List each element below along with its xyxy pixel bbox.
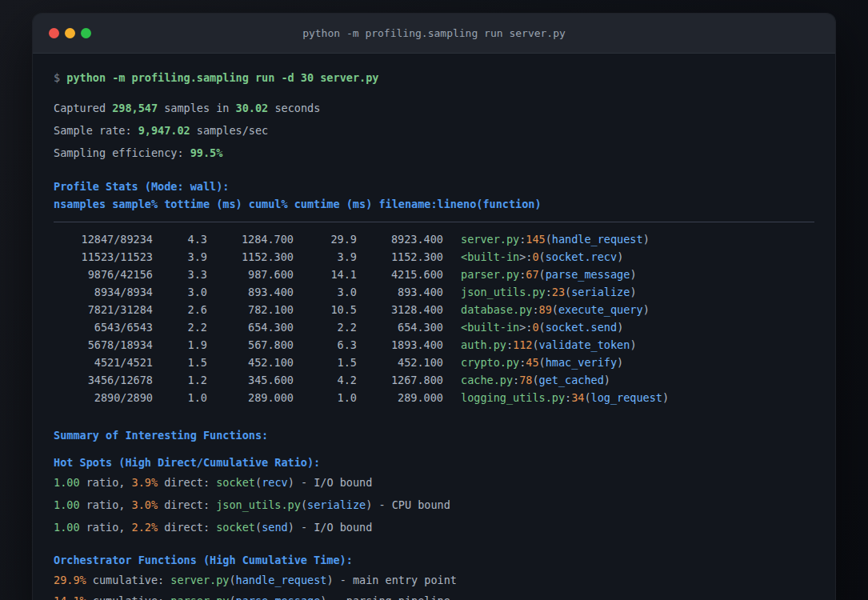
orchestrator-note: - parsing pipeline	[326, 594, 450, 600]
hot-spots-heading: Hot Spots (High Direct/Cumulative Ratio)…	[54, 454, 814, 471]
filename: <built-in	[461, 250, 519, 263]
function-cell: auth.py:112(validate_token)	[461, 338, 637, 351]
paren-open: (	[539, 356, 546, 369]
target-name: parser.py	[170, 594, 229, 600]
terminal-content[interactable]: $ python -m profiling.sampling run -d 30…	[33, 54, 835, 600]
captured-suffix: seconds	[268, 102, 320, 114]
function-cell: parser.py:67(parse_message)	[461, 268, 637, 281]
filename: json_utils.py	[461, 286, 546, 298]
direct-pct: 3.9%	[132, 476, 158, 489]
bound-note: - CPU bound	[372, 498, 450, 511]
sample-pct-cell: 2.6	[153, 301, 207, 318]
cumtime-cell: 1893.400	[357, 336, 443, 354]
paren-close: )	[617, 321, 623, 334]
function-name: get_cached	[539, 374, 604, 386]
tottime-cell: 567.800	[207, 336, 294, 354]
desktop-background: python -m profiling.sampling run server.…	[0, 0, 868, 600]
minimize-button[interactable]	[65, 28, 75, 38]
paren-close: )	[604, 374, 610, 386]
filename: logging_utils.py	[461, 391, 565, 404]
command-text: python -m profiling.sampling run -d 30 s…	[66, 71, 378, 84]
function-name: send	[262, 521, 288, 534]
window-title: python -m profiling.sampling run server.…	[105, 27, 763, 39]
function-cell: json_utils.py:23(serialize)	[461, 286, 637, 298]
paren-close: )	[617, 356, 623, 369]
orchestrators-list: 29.9% cumulative: server.py(handle_reque…	[54, 571, 814, 600]
cumtime-cell: 1267.800	[357, 371, 443, 389]
paren-open: (	[532, 338, 538, 351]
sample-pct-cell: 3.3	[153, 266, 207, 283]
nsamples-cell: 6543/6543	[54, 318, 153, 336]
nsamples-cell: 12847/89234	[54, 230, 153, 248]
cumul-pct-cell: 1.0	[294, 389, 357, 406]
stats-row: 8934/89343.0893.4003.0893.400json_utils.…	[54, 283, 814, 301]
paren-open: (	[301, 498, 307, 511]
summary-heading: Summary of Interesting Functions:	[54, 426, 814, 444]
hot-spots-list: 1.00 ratio, 3.9% direct: socket(recv) - …	[54, 474, 814, 536]
tottime-cell: 782.100	[207, 301, 294, 318]
sample-pct-cell: 1.2	[153, 371, 207, 389]
stats-row: 2890/28901.0289.0001.0289.000logging_uti…	[54, 389, 814, 406]
paren-open: (	[539, 250, 546, 263]
tottime-cell: 987.600	[207, 266, 294, 283]
stats-row: 12847/892344.31284.70029.98923.400server…	[54, 230, 814, 248]
orchestrators-heading: Orchestrator Functions (High Cumulative …	[54, 551, 814, 569]
hot-spot-line: 1.00 ratio, 3.0% direct: json_utils.py(s…	[54, 496, 814, 514]
paren-close: )	[326, 574, 333, 586]
function-cell: <built-in>:0(socket.send)	[461, 321, 623, 334]
shell-prompt: $	[54, 71, 66, 84]
line-number: 112	[513, 338, 532, 351]
cumul-pct-cell: 10.5	[294, 301, 357, 318]
cumtime-cell: 289.000	[357, 389, 443, 406]
nsamples-cell: 7821/31284	[54, 301, 153, 318]
nsamples-cell: 8934/8934	[54, 283, 153, 301]
hot-spot-line: 1.00 ratio, 2.2% direct: socket(send) - …	[54, 518, 814, 536]
paren-open: (	[584, 391, 590, 404]
close-button[interactable]	[49, 28, 59, 38]
cumul-pct-cell: 29.9	[294, 230, 357, 248]
orchestrator-line: 29.9% cumulative: server.py(handle_reque…	[54, 571, 814, 589]
line-number: 45	[526, 356, 538, 369]
cumul-pct-cell: 6.3	[294, 336, 357, 354]
cumulative-label: cumulative:	[86, 594, 171, 600]
direct-pct: 3.0%	[132, 498, 158, 511]
colon: :	[532, 303, 538, 316]
paren-open: (	[255, 521, 262, 534]
function-cell: cache.py:78(get_cached)	[461, 374, 610, 386]
stats-row: 3456/126781.2345.6004.21267.800cache.py:…	[54, 371, 814, 389]
captured-mid: samples in	[158, 102, 236, 114]
paren-close: )	[662, 391, 669, 404]
stats-columns-header: nsamples sample% tottime (ms) cumul% cum…	[54, 195, 814, 213]
zoom-button[interactable]	[81, 28, 91, 38]
function-cell: crypto.py:45(hmac_verify)	[461, 356, 623, 369]
function-cell: server.py:145(handle_request)	[461, 233, 650, 246]
terminal-window: python -m profiling.sampling run server.…	[32, 13, 836, 600]
profile-stats-heading: Profile Stats (Mode: wall):	[54, 178, 814, 195]
stats-row: 11523/115233.91152.3003.91152.300<built-…	[54, 248, 814, 266]
cumtime-cell: 3128.400	[357, 301, 443, 318]
stats-table: 12847/892344.31284.70029.98923.400server…	[54, 230, 814, 406]
tottime-cell: 893.400	[207, 283, 294, 301]
function-name: parse_message	[546, 268, 630, 281]
cumulative-pct: 29.9%	[54, 574, 86, 586]
function-name: serialize	[307, 498, 366, 511]
paren-open: (	[546, 233, 552, 246]
function-name: validate_token	[539, 338, 630, 351]
paren-close: )	[630, 338, 636, 351]
paren-close: )	[288, 521, 294, 534]
sample-pct-cell: 1.9	[153, 336, 207, 354]
cumtime-cell: 4215.600	[357, 266, 443, 283]
window-titlebar[interactable]: python -m profiling.sampling run server.…	[33, 14, 835, 54]
function-name: parse_message	[236, 594, 321, 600]
ratio-value: 1.00	[54, 498, 80, 511]
filename: auth.py	[461, 338, 506, 351]
direct-label: direct:	[158, 521, 216, 534]
cumul-pct-cell: 2.2	[294, 318, 357, 336]
cumul-pct-cell: 1.5	[294, 354, 357, 371]
paren-open: (	[552, 303, 558, 316]
function-name: hmac_verify	[546, 356, 617, 369]
tottime-cell: 1284.700	[207, 230, 294, 248]
function-name: execute_query	[558, 303, 643, 316]
paren-close: )	[630, 268, 636, 281]
filename: database.py	[461, 303, 532, 316]
